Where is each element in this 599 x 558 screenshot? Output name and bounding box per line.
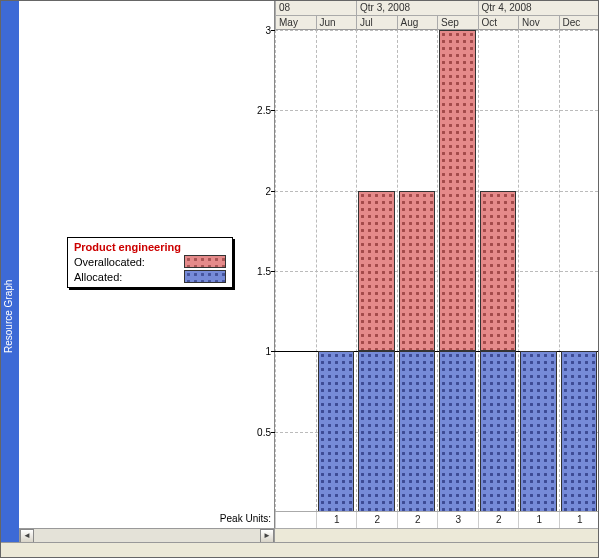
bar-overallocated: [480, 191, 517, 352]
left-panel: Product engineering Overallocated: Alloc…: [19, 1, 275, 528]
y-axis-dash: [271, 110, 275, 111]
bar-allocated: [480, 351, 517, 512]
gridline-horizontal: [275, 191, 598, 192]
peak-cell: 2: [356, 512, 398, 528]
scroll-left-icon[interactable]: ◄: [20, 529, 34, 543]
y-axis-dash: [271, 432, 275, 433]
peak-cell: [275, 512, 317, 528]
chart-area: 0.511.522.53: [275, 30, 598, 512]
legend-title: Product engineering: [74, 241, 226, 253]
peak-cell: 1: [518, 512, 560, 528]
peak-cell: 2: [397, 512, 439, 528]
y-axis-tick: 1.5: [245, 266, 271, 277]
timeline-months: MayJunJulAugSepOctNovDec: [275, 16, 598, 31]
bar-allocated: [358, 351, 395, 512]
y-axis-tick: 0.5: [245, 426, 271, 437]
peak-cell: 1: [559, 512, 600, 528]
peak-cell: 3: [437, 512, 479, 528]
gridline-horizontal: [275, 110, 598, 111]
y-axis-dash: [271, 30, 275, 31]
right-panel: 08Qtr 3, 2008Qtr 4, 2008 MayJunJulAugSep…: [275, 1, 598, 528]
month-cell: Jun: [316, 16, 357, 30]
month-cell: Aug: [397, 16, 438, 30]
bar-allocated: [561, 351, 598, 512]
month-cell: May: [275, 16, 316, 30]
bar-allocated: [439, 351, 476, 512]
gridline-horizontal: [275, 271, 598, 272]
legend-overallocated: Overallocated:: [74, 255, 226, 268]
legend-allocated: Allocated:: [74, 270, 226, 283]
window: Resource Graph Product engineering Overa…: [0, 0, 599, 558]
legend-alloc-label: Allocated:: [74, 271, 122, 283]
y-axis-tick: 2.5: [245, 105, 271, 116]
bar-allocated: [318, 351, 355, 512]
gridline-horizontal: [275, 30, 598, 31]
y-axis-dash: [271, 271, 275, 272]
sidebar-tab[interactable]: Resource Graph: [1, 1, 19, 544]
bar-allocated: [399, 351, 436, 512]
y-axis-tick: 1: [245, 346, 271, 357]
y-axis-tick: 2: [245, 185, 271, 196]
quarter-cell: Qtr 3, 2008: [356, 1, 478, 15]
scroll-right-icon[interactable]: ►: [260, 529, 274, 543]
quarter-cell: Qtr 4, 2008: [478, 1, 600, 15]
bar-allocated: [520, 351, 557, 512]
y-axis-tick: 3: [245, 25, 271, 36]
legend-over-label: Overallocated:: [74, 256, 145, 268]
bar-overallocated: [399, 191, 436, 352]
bar-overallocated: [439, 30, 476, 351]
y-axis-dash: [271, 191, 275, 192]
status-bar: [1, 542, 598, 557]
legend-alloc-swatch: [184, 270, 226, 283]
peak-units-row: 1223211: [275, 511, 598, 529]
timeline[interactable]: 08Qtr 3, 2008Qtr 4, 2008 MayJunJulAugSep…: [275, 1, 598, 30]
peak-cell: 1: [316, 512, 358, 528]
sidebar-title: Resource Graph: [3, 280, 14, 353]
legend: Product engineering Overallocated: Alloc…: [67, 237, 233, 288]
bar-overallocated: [358, 191, 395, 352]
peak-units-label: Peak Units:: [191, 511, 275, 527]
month-cell: Nov: [518, 16, 559, 30]
month-cell: Dec: [559, 16, 600, 30]
timeline-quarters: 08Qtr 3, 2008Qtr 4, 2008: [275, 1, 598, 16]
month-cell: Oct: [478, 16, 519, 30]
month-cell: Jul: [356, 16, 397, 30]
peak-cell: 2: [478, 512, 520, 528]
month-cell: Sep: [437, 16, 478, 30]
legend-over-swatch: [184, 255, 226, 268]
quarter-partial: 08: [275, 1, 356, 15]
